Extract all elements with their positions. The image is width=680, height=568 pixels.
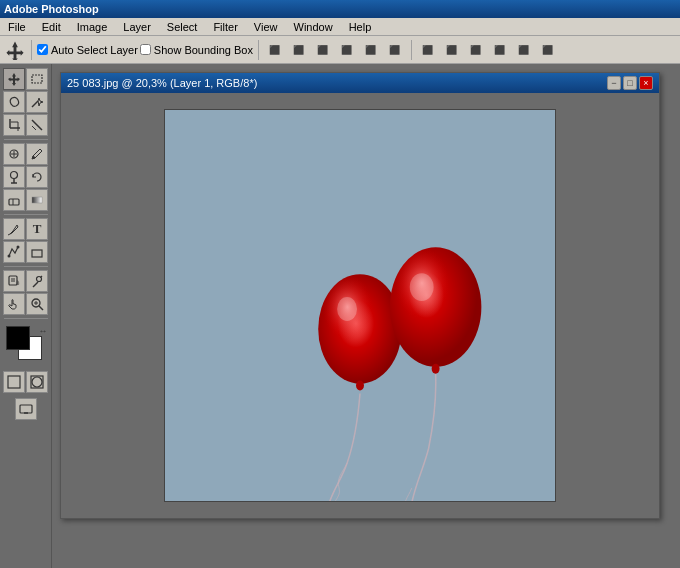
toolbar-transform-3[interactable]: ⬛ (312, 39, 334, 61)
tool-pen[interactable] (3, 218, 25, 240)
tool-crop[interactable] (3, 114, 25, 136)
doc-restore-btn[interactable]: □ (623, 76, 637, 90)
toolbar-distribute-3[interactable]: ⬛ (465, 39, 487, 61)
tool-stamp[interactable] (3, 166, 25, 188)
tool-separator-1 (4, 139, 48, 140)
tool-move[interactable] (3, 68, 25, 90)
tool-brush[interactable] (26, 143, 48, 165)
svg-line-9 (32, 120, 42, 130)
svg-point-23 (17, 246, 20, 249)
tool-row-5 (3, 166, 48, 188)
toolbar-transform-1[interactable]: ⬛ (264, 39, 286, 61)
tool-lasso[interactable] (3, 91, 25, 113)
tool-magic-wand[interactable] (26, 91, 48, 113)
balloon-illustration (165, 110, 555, 501)
svg-rect-20 (32, 197, 42, 203)
svg-line-3 (32, 101, 38, 107)
svg-point-45 (432, 364, 440, 374)
tool-notes[interactable] (3, 270, 25, 292)
toolbar-transform-4[interactable]: ⬛ (336, 39, 358, 61)
tool-zoom[interactable] (26, 293, 48, 315)
tool-marquee-rect[interactable] (26, 68, 48, 90)
tool-heal[interactable] (3, 143, 25, 165)
svg-point-46 (337, 297, 357, 321)
toolbar-transform-6[interactable]: ⬛ (384, 39, 406, 61)
tool-eyedropper[interactable] (26, 270, 48, 292)
quick-mask-row (3, 371, 48, 393)
toolbar-distribute-4[interactable]: ⬛ (489, 39, 511, 61)
svg-point-22 (8, 255, 11, 258)
toolbar-transform-5[interactable]: ⬛ (360, 39, 382, 61)
auto-select-group[interactable]: Auto Select Layer (37, 44, 138, 56)
tool-gradient[interactable] (26, 189, 48, 211)
menu-file[interactable]: File (4, 21, 30, 33)
svg-rect-37 (31, 376, 43, 388)
toolbar-sep-1 (31, 40, 32, 60)
svg-line-21 (8, 234, 10, 235)
options-toolbar: Auto Select Layer Show Bounding Box ⬛ ⬛ … (0, 36, 680, 64)
toolbar-move-tool[interactable] (4, 39, 26, 61)
document-title-bar: 25 083.jpg @ 20,3% (Layer 1, RGB/8*) − □… (61, 73, 659, 93)
auto-select-label: Auto Select Layer (51, 44, 138, 56)
toolbar-transform-2[interactable]: ⬛ (288, 39, 310, 61)
tool-row-9 (3, 270, 48, 292)
foreground-color-swatch[interactable] (6, 326, 30, 350)
svg-line-30 (41, 276, 43, 278)
svg-point-42 (356, 381, 364, 391)
swap-colors-icon[interactable]: ↔ (39, 326, 48, 336)
tool-row-4 (3, 143, 48, 165)
bounding-box-group[interactable]: Show Bounding Box (140, 44, 253, 56)
menu-layer[interactable]: Layer (119, 21, 155, 33)
svg-marker-0 (6, 41, 23, 60)
menu-edit[interactable]: Edit (38, 21, 65, 33)
bounding-box-label: Show Bounding Box (154, 44, 253, 56)
menu-select[interactable]: Select (163, 21, 202, 33)
tool-row-7: T (3, 218, 48, 240)
svg-point-47 (410, 273, 434, 301)
svg-line-32 (39, 306, 43, 310)
svg-rect-24 (32, 250, 42, 257)
menu-bar: File Edit Image Layer Select Filter View… (0, 18, 680, 36)
bounding-box-checkbox[interactable] (140, 44, 151, 55)
standard-mode-btn[interactable] (3, 371, 25, 393)
tool-slice[interactable] (26, 114, 48, 136)
menu-window[interactable]: Window (290, 21, 337, 33)
svg-line-28 (33, 282, 38, 287)
menu-image[interactable]: Image (73, 21, 112, 33)
screen-mode-btn[interactable] (15, 398, 37, 420)
toolbar-distribute-5[interactable]: ⬛ (513, 39, 535, 61)
quick-mask-btn[interactable] (26, 371, 48, 393)
menu-help[interactable]: Help (345, 21, 376, 33)
tool-path[interactable] (3, 241, 25, 263)
toolbar-sep-2 (258, 40, 259, 60)
svg-point-36 (32, 377, 42, 387)
canvas-area: 25 083.jpg @ 20,3% (Layer 1, RGB/8*) − □… (52, 64, 680, 568)
auto-select-checkbox[interactable] (37, 44, 48, 55)
tool-hand[interactable] (3, 293, 25, 315)
toolbar-distribute-6[interactable]: ⬛ (537, 39, 559, 61)
svg-rect-35 (8, 376, 20, 388)
doc-close-btn[interactable]: × (639, 76, 653, 90)
color-swatches[interactable]: ↔ (4, 326, 48, 364)
tool-eraser[interactable] (3, 189, 25, 211)
tool-row-1 (3, 68, 48, 90)
tool-separator-4 (4, 318, 48, 319)
svg-point-41 (318, 274, 402, 383)
svg-rect-18 (9, 199, 19, 205)
tools-panel: T (0, 64, 52, 568)
svg-line-10 (32, 126, 36, 130)
toolbar-distribute-2[interactable]: ⬛ (441, 39, 463, 61)
image-canvas (164, 109, 556, 502)
tool-shape[interactable] (26, 241, 48, 263)
tool-history[interactable] (26, 166, 48, 188)
tool-row-6 (3, 189, 48, 211)
menu-view[interactable]: View (250, 21, 282, 33)
toolbar-distribute-1[interactable]: ⬛ (417, 39, 439, 61)
tool-separator-2 (4, 214, 48, 215)
menu-filter[interactable]: Filter (209, 21, 241, 33)
doc-minimize-btn[interactable]: − (607, 76, 621, 90)
tool-text[interactable]: T (26, 218, 48, 240)
svg-marker-1 (8, 73, 20, 86)
svg-rect-38 (20, 405, 32, 413)
tool-row-2 (3, 91, 48, 113)
